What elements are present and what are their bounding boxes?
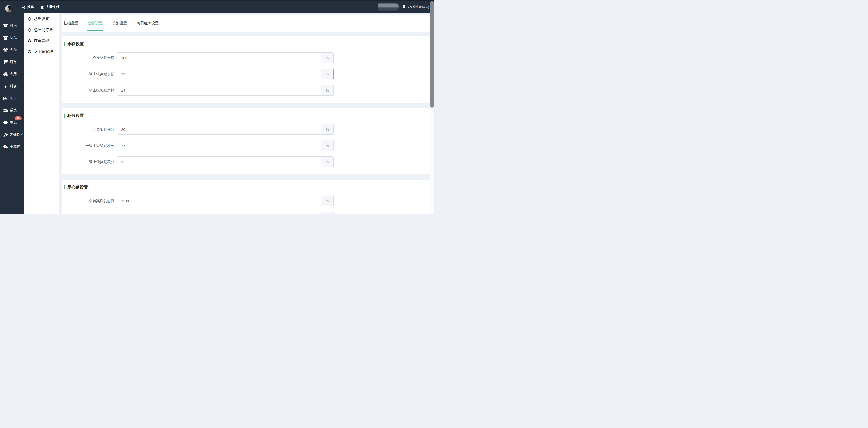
tab-profit-settings[interactable]: 分润设置 [113, 21, 127, 29]
archive-box-icon [3, 36, 8, 40]
input-group: % [117, 52, 334, 63]
main-content: 基础设置 营销设置 分润设置 每日红包设置 余额设置 会员奖励余额 % [59, 13, 434, 214]
share-icon [22, 5, 26, 9]
level1-reward-balance-input[interactable] [117, 69, 321, 79]
submenu-label: 基础设置 [34, 17, 49, 22]
sidebar-label: 概况 [10, 23, 17, 28]
topbar-right: YZ(系统管理员) [378, 1, 429, 13]
field-member-reward-points: 会员奖励积分 % [62, 124, 430, 135]
sidebar-item-orders[interactable]: 订单 [0, 56, 24, 68]
user-name: YZ(系统管理员) [407, 5, 429, 9]
input-group: % [117, 85, 334, 95]
tab-marketing-settings[interactable]: 营销设置 [88, 21, 102, 29]
submenu-item-biyingniao-orders[interactable]: 必应鸟订单 [24, 25, 59, 35]
sidebar-item-decorate-diy[interactable]: 装修DIY [0, 129, 24, 141]
submenu-item-business-school[interactable]: 商学院管理 [24, 46, 59, 57]
member-reward-balance-input[interactable] [117, 52, 321, 63]
field-level2-reward-points: 二级上级奖励积分 % [62, 156, 430, 167]
field-label: 二级上级奖励积分 [62, 160, 117, 164]
user-menu[interactable]: YZ(系统管理员) [402, 5, 429, 9]
input-group: % [117, 156, 334, 167]
field-level1-reward-points: 一级上级奖励积分 % [62, 140, 430, 151]
cart-icon [3, 60, 8, 64]
field-level2-reward-balance: 二级上级奖励余额 % [62, 85, 430, 95]
level1-reward-points-input[interactable] [117, 140, 321, 151]
sidebar-item-apps[interactable]: 应用 [0, 68, 24, 80]
circle-icon [28, 18, 31, 21]
section-balance-settings: 余额设置 会员奖励余额 % 一级上级奖励余额 % 二级上级奖励 [62, 36, 430, 103]
sidebar-item-finance[interactable]: ¥ 财务 [0, 80, 24, 92]
partial-next-input[interactable] [117, 212, 321, 214]
message-count-badge: 60 [14, 116, 22, 120]
member-reward-points-input[interactable] [117, 124, 321, 135]
percent-suffix: % [321, 156, 334, 167]
sidebar-item-members[interactable]: 会员 [0, 44, 24, 56]
sidebar-item-products[interactable]: 商品 [0, 32, 24, 44]
submenu-item-order-management[interactable]: 订单管理 [24, 35, 59, 46]
users-icon [3, 48, 8, 52]
sidebar-label: 应用 [10, 72, 17, 77]
user-icon [402, 5, 406, 9]
input-group: % [117, 140, 334, 151]
avatar[interactable] [5, 5, 13, 12]
topnav-item-face-pay[interactable]: 人脸支付 [40, 5, 59, 9]
field-label: 会员奖励余额 [62, 56, 117, 60]
sidebar-label: 装修DIY [10, 133, 23, 137]
scrollbar-thumb[interactable] [430, 1, 434, 108]
circle-icon [28, 50, 31, 53]
topnav-item-tuike[interactable]: 推客 [22, 5, 34, 9]
section-points-settings: 积分设置 会员奖励积分 % 一级上级奖励积分 % 二级上级奖励 [62, 108, 430, 174]
sidebar-label: 会员 [10, 48, 17, 52]
comment-icon [3, 121, 8, 125]
gavel-icon [3, 133, 8, 137]
sidebar-label: 统计 [10, 96, 17, 101]
gears-icon [3, 109, 8, 112]
sidebar-label: 小程序 [10, 145, 21, 149]
sidebar-label: 消息 [10, 120, 17, 125]
input-group: % [117, 69, 334, 79]
field-label: 一级上级奖励积分 [62, 143, 117, 148]
tab-underline-track [63, 29, 428, 29]
input-group: % [117, 124, 334, 135]
field-next-partial [62, 212, 430, 214]
percent-suffix: % [321, 52, 334, 63]
sidebar: 概况 商品 会员 订单 [0, 13, 24, 214]
topnav-label: 推客 [27, 5, 34, 9]
field-label: 一级上级奖励余额 [62, 72, 117, 77]
field-member-reward-balance: 会员奖励余额 % [62, 52, 430, 63]
tab-basic-settings[interactable]: 基础设置 [63, 21, 78, 29]
percent-suffix: % [321, 69, 334, 79]
sidebar-item-system[interactable]: 系统 [0, 104, 24, 116]
level2-reward-balance-input[interactable] [117, 85, 321, 95]
app-window: 推客 人脸支付 YZ(系统管理员) [0, 0, 434, 214]
circle-icon [28, 28, 31, 32]
submenu-item-basic-settings[interactable]: 基础设置 [24, 13, 59, 25]
circle-icon [28, 39, 31, 42]
percent-suffix [321, 212, 334, 214]
apple-icon [40, 5, 44, 9]
input-group [117, 212, 334, 214]
yen-icon: ¥ [3, 84, 8, 88]
sidebar-label: 商品 [10, 35, 17, 40]
field-member-reward-love: 会员奖励爱心值 % [62, 196, 430, 206]
sidebar-item-overview[interactable]: 概况 [0, 20, 24, 32]
tabs: 基础设置 营销设置 分润设置 每日红包设置 [63, 15, 428, 29]
sidebar-item-mini-program[interactable]: 小程序 [0, 141, 24, 153]
bar-chart-icon [3, 96, 8, 101]
sidebar-label: 财务 [10, 84, 17, 89]
level2-reward-points-input[interactable] [117, 156, 321, 167]
top-nav: 推客 人脸支付 [22, 1, 59, 13]
archive-box-icon [3, 24, 8, 28]
field-label: 会员奖励积分 [62, 127, 117, 132]
submenu-label: 订单管理 [34, 38, 49, 44]
redacted-label [378, 3, 399, 11]
tab-daily-redpacket-settings[interactable]: 每日红包设置 [137, 21, 159, 29]
sidebar-label: 订单 [10, 60, 17, 64]
section-title: 余额设置 [64, 41, 430, 47]
sidebar-item-statistics[interactable]: 统计 [0, 92, 24, 104]
sidebar-item-messages[interactable]: 消息 60 [0, 116, 24, 129]
field-label: 二级上级奖励余额 [62, 88, 117, 93]
member-reward-love-input[interactable] [117, 196, 321, 206]
input-group: % [117, 196, 334, 206]
submenu-label: 商学院管理 [34, 49, 53, 54]
